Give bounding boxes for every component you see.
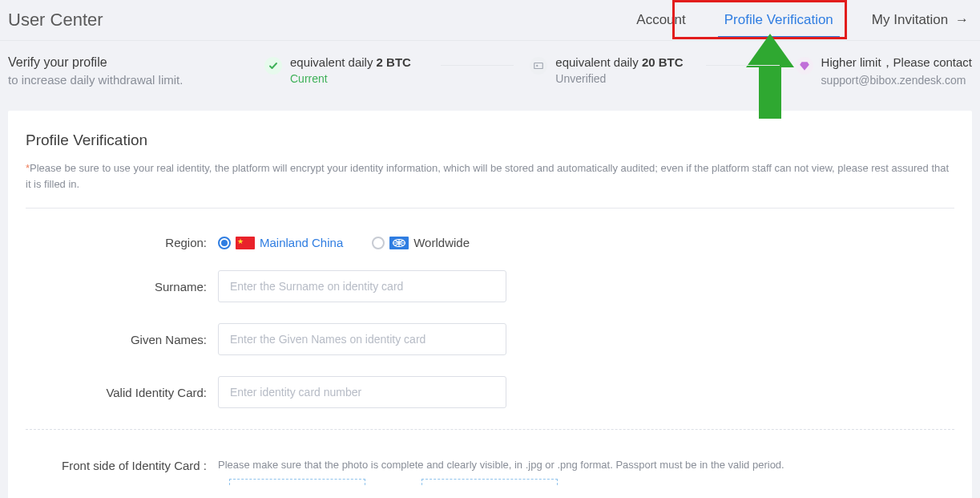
tier-lead: Verify your profile to increase daily wi… [8, 55, 248, 87]
region-option-worldwide[interactable]: Worldwide [372, 236, 470, 249]
tier2-line1: equivalent daily 20 BTC [555, 55, 683, 69]
page-header: User Center Account Profile Verification… [0, 0, 980, 41]
upload-box-1[interactable] [229, 479, 365, 485]
svg-rect-0 [534, 63, 543, 69]
page-title: User Center [8, 10, 103, 40]
tier3-line1: Higher limit，Please contact [821, 55, 972, 71]
row-identity-card: Valid Identity Card: [26, 376, 954, 408]
id-card-icon [530, 57, 547, 75]
surname-input[interactable] [218, 270, 506, 302]
panel-heading: Profile Verification [26, 132, 954, 149]
radio-on-icon [218, 237, 231, 249]
diamond-icon [796, 57, 813, 75]
tier2-status: Unverified [555, 72, 683, 85]
dashed-divider [26, 429, 954, 430]
tier-2: equivalent daily 20 BTC Unverified [530, 55, 690, 85]
label-region: Region: [26, 236, 218, 249]
svg-point-1 [536, 65, 538, 67]
region-option-mainland-china[interactable]: Mainland China [218, 236, 343, 249]
tier1-status: Current [290, 72, 411, 85]
tier-connector-2 [706, 65, 779, 66]
verification-panel: Profile Verification *Please be sure to … [8, 111, 972, 498]
given-names-input[interactable] [218, 323, 506, 355]
identity-card-input[interactable] [218, 376, 506, 408]
region-worldwide-label: Worldwide [413, 236, 470, 249]
tab-profile-verification[interactable]: Profile Verification [721, 12, 837, 38]
tier1-line1: equivalent daily 2 BTC [290, 55, 411, 69]
tier2-prefix: equivalent daily [555, 55, 642, 69]
radio-off-icon [372, 237, 385, 249]
tab-my-invitation-label: My Invitation [872, 12, 948, 27]
tier-connector-1 [441, 65, 514, 66]
flag-china-icon [236, 237, 255, 249]
label-given-names: Given Names: [26, 333, 218, 346]
panel-notice: *Please be sure to use your real identit… [26, 160, 954, 209]
tier1-prefix: equivalent daily [290, 55, 377, 69]
check-icon [264, 57, 282, 75]
arrow-right-icon: → [955, 12, 969, 27]
label-surname: Surname: [26, 280, 218, 294]
tier-3: Higher limit，Please contact support@bibo… [796, 55, 972, 87]
region-mainland-label: Mainland China [260, 236, 343, 249]
lead-line2: to increase daily withdrawal limit. [8, 73, 248, 87]
tier2-value: 20 BTC [642, 55, 684, 69]
row-region: Region: Mainland China Worldwide [26, 236, 954, 249]
tab-bar: Account Profile Verification My Invitati… [633, 12, 972, 38]
region-group: Mainland China Worldwide [218, 236, 470, 249]
tier1-value: 2 BTC [377, 55, 411, 69]
tier-bar: Verify your profile to increase daily wi… [0, 41, 980, 111]
notice-text: Please be sure to use your real identity… [26, 162, 949, 190]
row-front-upload: Front side of Identity Card : Please mak… [26, 459, 954, 472]
tab-my-invitation[interactable]: My Invitation → [869, 12, 972, 38]
lead-line1: Verify your profile [8, 55, 248, 70]
svg-marker-2 [800, 62, 809, 71]
label-front-upload: Front side of Identity Card : [26, 459, 218, 472]
label-identity-card: Valid Identity Card: [26, 386, 218, 399]
tier-1: equivalent daily 2 BTC Current [264, 55, 425, 85]
row-given-names: Given Names: [26, 323, 954, 355]
upload-boxes [229, 479, 954, 485]
tab-account[interactable]: Account [633, 12, 688, 38]
row-surname: Surname: [26, 270, 954, 302]
flag-world-icon [389, 237, 409, 249]
front-upload-hint: Please make sure that the photo is compl… [218, 459, 784, 471]
tier3-contact: support@bibox.zendesk.com [821, 74, 972, 87]
upload-box-2[interactable] [421, 479, 558, 485]
